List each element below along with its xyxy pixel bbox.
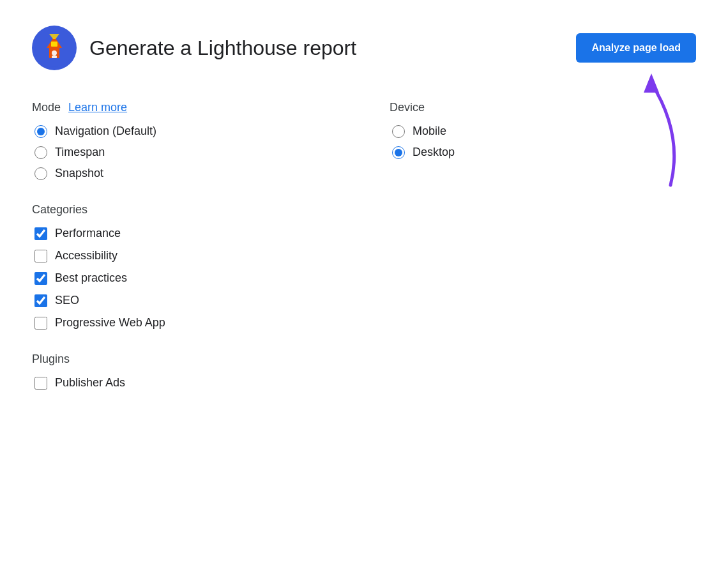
category-accessibility-label: Accessibility (55, 249, 118, 262)
mode-snapshot-label: Snapshot (55, 167, 103, 180)
svg-rect-7 (52, 56, 57, 58)
category-seo-label: SEO (55, 294, 79, 307)
right-panel: Device Mobile Desktop (390, 101, 696, 390)
mode-section: Mode Learn more Navigation (Default) Tim… (32, 101, 338, 180)
svg-rect-4 (51, 42, 57, 47)
analyze-button[interactable]: Analyze page load (576, 33, 696, 63)
page-container: Generate a Lighthouse report Analyze pag… (0, 0, 728, 415)
category-pwa-item[interactable]: Progressive Web App (34, 316, 338, 330)
device-section: Device Mobile Desktop (390, 101, 696, 159)
plugins-section: Plugins Publisher Ads (32, 353, 338, 390)
header-left: Generate a Lighthouse report (32, 26, 356, 70)
mode-radio-group: Navigation (Default) Timespan Snapshot (34, 125, 338, 180)
mode-header: Mode Learn more (32, 101, 338, 114)
lighthouse-logo (32, 26, 77, 70)
device-desktop-item[interactable]: Desktop (392, 146, 696, 159)
device-radio-group: Mobile Desktop (392, 125, 696, 159)
main-content: Mode Learn more Navigation (Default) Tim… (32, 101, 696, 390)
mode-label: Mode (32, 101, 61, 114)
categories-label: Categories (32, 203, 338, 216)
device-label: Device (390, 101, 696, 114)
category-performance-item[interactable]: Performance (34, 227, 338, 240)
category-accessibility-item[interactable]: Accessibility (34, 249, 338, 262)
device-mobile-item[interactable]: Mobile (392, 125, 696, 138)
category-performance-checkbox[interactable] (34, 227, 47, 240)
mode-timespan-radio[interactable] (34, 146, 47, 159)
left-panel: Mode Learn more Navigation (Default) Tim… (32, 101, 338, 390)
category-seo-item[interactable]: SEO (34, 294, 338, 307)
category-accessibility-checkbox[interactable] (34, 250, 47, 262)
device-desktop-label: Desktop (413, 146, 455, 159)
page-title: Generate a Lighthouse report (89, 36, 356, 60)
plugin-publisher-ads-label: Publisher Ads (55, 376, 125, 390)
device-mobile-radio[interactable] (392, 125, 405, 138)
mode-navigation-radio[interactable] (34, 125, 47, 138)
category-best-practices-label: Best practices (55, 271, 127, 285)
plugins-label: Plugins (32, 353, 338, 366)
plugins-checkbox-group: Publisher Ads (34, 376, 338, 390)
category-pwa-label: Progressive Web App (55, 316, 165, 330)
device-mobile-label: Mobile (413, 125, 446, 138)
category-pwa-checkbox[interactable] (34, 317, 47, 330)
mode-navigation-label: Navigation (Default) (55, 125, 156, 138)
plugin-publisher-ads-item[interactable]: Publisher Ads (34, 376, 338, 390)
device-desktop-radio[interactable] (392, 146, 405, 159)
categories-section: Categories Performance Accessibility Bes… (32, 203, 338, 330)
mode-snapshot-radio[interactable] (34, 167, 47, 180)
learn-more-link[interactable]: Learn more (68, 101, 127, 114)
category-seo-checkbox[interactable] (34, 294, 47, 307)
category-performance-label: Performance (55, 227, 121, 240)
mode-snapshot-item[interactable]: Snapshot (34, 167, 338, 180)
plugin-publisher-ads-checkbox[interactable] (34, 377, 47, 390)
mode-timespan-label: Timespan (55, 146, 105, 159)
mode-timespan-item[interactable]: Timespan (34, 146, 338, 159)
mode-navigation-item[interactable]: Navigation (Default) (34, 125, 338, 138)
category-best-practices-checkbox[interactable] (34, 272, 47, 285)
svg-marker-8 (644, 73, 659, 93)
header: Generate a Lighthouse report Analyze pag… (32, 26, 696, 70)
svg-point-6 (52, 50, 57, 56)
category-best-practices-item[interactable]: Best practices (34, 271, 338, 285)
categories-checkbox-group: Performance Accessibility Best practices… (34, 227, 338, 330)
